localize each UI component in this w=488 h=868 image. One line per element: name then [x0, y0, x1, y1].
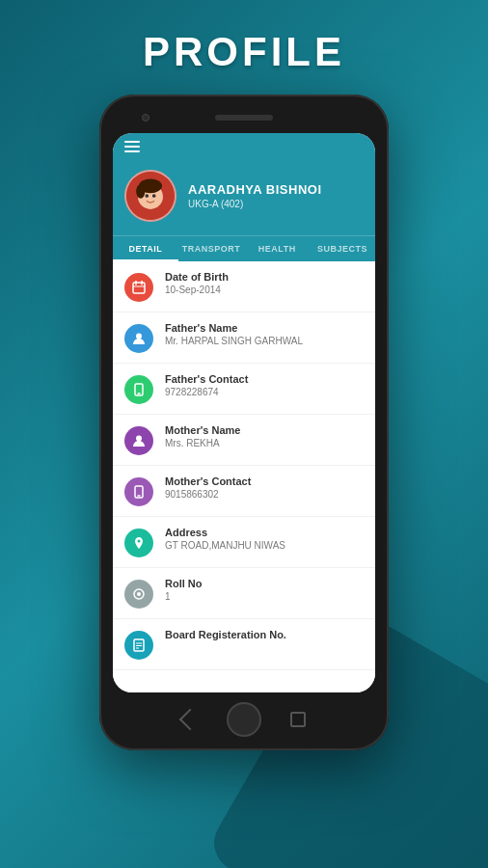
- svg-rect-6: [133, 283, 145, 293]
- roll-content: Roll No 1: [165, 578, 364, 602]
- dob-icon: [124, 273, 153, 302]
- avatar: [124, 170, 176, 222]
- svg-point-10: [136, 334, 142, 339]
- svg-point-18: [137, 592, 141, 596]
- list-item: Date of Birth 10-Sep-2014: [113, 261, 375, 312]
- list-item: Father's Name Mr. HARPAL SINGH GARHWAL: [113, 312, 375, 364]
- tab-transport[interactable]: TRANSPORT: [178, 236, 245, 261]
- svg-point-3: [136, 184, 145, 199]
- mother-name-icon: [124, 426, 153, 455]
- father-name-icon: [124, 324, 153, 353]
- tab-subjects[interactable]: SUBJECTS: [310, 236, 375, 261]
- mother-contact-value: 9015866302: [165, 489, 364, 500]
- list-item: Address GT ROAD,MANJHU NIWAS: [113, 517, 375, 568]
- hamburger-button[interactable]: [124, 141, 140, 152]
- father-name-value: Mr. HARPAL SINGH GARHWAL: [165, 336, 364, 346]
- board-reg-icon: [124, 631, 153, 660]
- mother-contact-content: Mother's Contact 9015866302: [165, 475, 364, 500]
- roll-label: Roll No: [165, 578, 364, 589]
- profile-name: AARADHYA BISHNOI: [188, 182, 322, 197]
- father-name-label: Father's Name: [165, 322, 364, 334]
- svg-point-5: [152, 194, 156, 198]
- address-content: Address GT ROAD,MANJHU NIWAS: [165, 527, 364, 551]
- profile-info: AARADHYA BISHNOI UKG-A (402): [188, 182, 322, 209]
- list-item: Mother's Contact 9015866302: [113, 466, 375, 517]
- svg-point-4: [145, 194, 149, 198]
- father-contact-content: Father's Contact 9728228674: [165, 373, 364, 397]
- father-name-content: Father's Name Mr. HARPAL SINGH GARHWAL: [165, 322, 364, 346]
- roll-value: 1: [165, 591, 364, 602]
- dob-value: 10-Sep-2014: [165, 285, 364, 295]
- tab-detail[interactable]: DETAIL: [113, 236, 178, 261]
- roll-icon: [124, 580, 153, 609]
- phone-speaker: [215, 115, 273, 121]
- svg-point-13: [136, 436, 142, 442]
- father-contact-icon: [124, 375, 153, 404]
- list-item: Roll No 1: [113, 568, 375, 619]
- list-item: Board Registeration No.: [113, 619, 375, 670]
- tabs-bar: DETAIL TRANSPORT HEALTH SUBJECTS: [113, 235, 375, 261]
- list-item: Mother's Name Mrs. REKHA: [113, 415, 375, 466]
- profile-section: AARADHYA BISHNOI UKG-A (402): [113, 160, 375, 235]
- svg-point-16: [138, 540, 141, 543]
- back-button[interactable]: [179, 709, 202, 731]
- dob-content: Date of Birth 10-Sep-2014: [165, 271, 364, 295]
- mother-name-value: Mrs. REKHA: [165, 438, 364, 448]
- profile-class: UKG-A (402): [188, 199, 322, 209]
- mother-name-label: Mother's Name: [165, 424, 364, 436]
- recent-button[interactable]: [290, 712, 306, 727]
- address-value: GT ROAD,MANJHU NIWAS: [165, 540, 364, 551]
- app-header: [113, 133, 375, 160]
- tab-health[interactable]: HEALTH: [244, 236, 310, 261]
- mother-name-content: Mother's Name Mrs. REKHA: [165, 424, 364, 448]
- content-list: Date of Birth 10-Sep-2014 Father's Name …: [113, 261, 375, 692]
- address-label: Address: [165, 527, 364, 538]
- page-title: PROFILE: [143, 29, 345, 75]
- phone-frame: AARADHYA BISHNOI UKG-A (402) DETAIL TRAN…: [99, 95, 389, 750]
- dob-label: Date of Birth: [165, 271, 364, 283]
- phone-screen: AARADHYA BISHNOI UKG-A (402) DETAIL TRAN…: [113, 133, 375, 692]
- list-item: Father's Contact 9728228674: [113, 364, 375, 415]
- board-reg-content: Board Registeration No.: [165, 629, 364, 642]
- father-contact-value: 9728228674: [165, 387, 364, 397]
- home-button[interactable]: [227, 702, 261, 737]
- father-contact-label: Father's Contact: [165, 373, 364, 385]
- mother-contact-label: Mother's Contact: [165, 475, 364, 487]
- address-icon: [124, 529, 153, 557]
- mother-contact-icon: [124, 477, 153, 506]
- board-reg-label: Board Registeration No.: [165, 629, 364, 640]
- phone-camera: [142, 114, 149, 122]
